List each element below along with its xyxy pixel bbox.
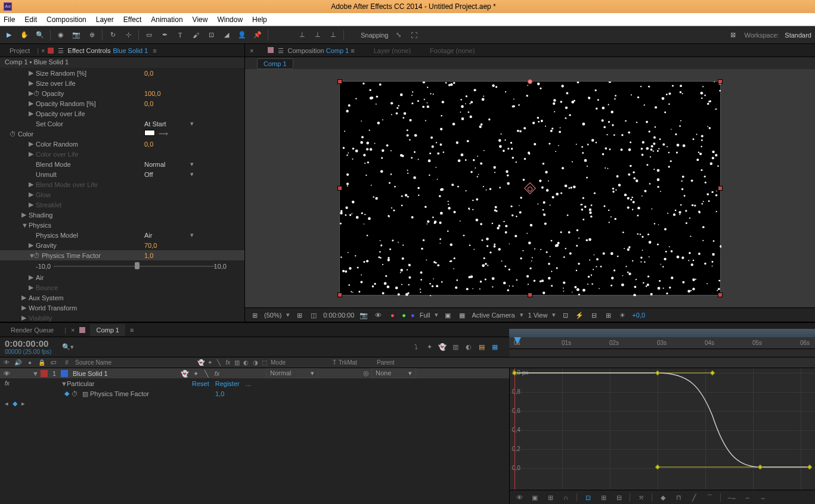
property-row[interactable]: ▼Physics [0,220,244,230]
label-column-icon[interactable]: 🏷 [49,358,58,368]
footage-tab[interactable]: Footage (none) [425,45,479,56]
property-row[interactable]: ▶Air [0,272,244,282]
timecode-display[interactable]: 0:00:00:00 [323,312,354,319]
motion-blur-icon[interactable]: ◐ [464,342,473,351]
property-value[interactable]: 0,0 [144,100,240,107]
property-row[interactable]: ⏱Color⟿ [0,129,244,139]
timeline-icon[interactable]: ⊟ [589,310,599,320]
property-row[interactable]: ▶Opacity Random [%]0,0 [0,98,244,108]
twirl-icon[interactable]: ▼ [29,252,33,259]
register-link[interactable]: Register [215,380,240,387]
convert-linear-icon[interactable]: ╱ [689,493,699,502]
frame-blend-toggle-icon[interactable]: ▥ [233,358,241,368]
snapshot-icon[interactable]: 📷 [359,310,368,320]
shy-icon[interactable]: 👻 [438,342,447,351]
stopwatch-icon[interactable]: ⏱ [10,130,16,138]
layer-name[interactable]: Blue Solid 1 [70,369,178,378]
clone-tool-icon[interactable]: ⊡ [206,30,216,41]
twirl-icon[interactable]: ▶ [29,241,33,249]
slider-thumb[interactable] [135,262,140,269]
twirl-icon[interactable]: ▶ [29,140,33,148]
property-row[interactable]: ▼⏱Physics Time Factor1,0 [0,250,244,260]
twirl-icon[interactable]: ▶ [29,284,33,291]
handle-ml[interactable] [337,186,342,191]
twirl-icon[interactable]: ▼ [21,222,26,229]
property-value[interactable]: 70,0 [144,242,240,249]
text-tool-icon[interactable]: T [175,30,185,41]
close-tab-icon[interactable]: × [41,47,45,54]
layer-tab[interactable]: Layer (none) [369,45,416,56]
color-swatch[interactable] [144,130,155,136]
camera-label[interactable]: Active Camera [472,312,515,319]
frame-blend-icon[interactable]: ▥ [451,342,460,351]
timeline-timecode[interactable]: 0:00:00:00 [5,338,51,349]
zoom-dropdown-icon[interactable]: ▾ [286,311,290,319]
property-row[interactable]: ▶Color over Life [0,149,244,159]
handle-bl[interactable] [337,293,342,297]
property-row[interactable]: ▶Color Random0,0 [0,139,244,149]
property-row[interactable]: ▶Opacity over Life [0,108,244,119]
views-label[interactable]: 1 View [528,312,548,319]
snap-icon[interactable]: ⤡ [393,30,404,41]
anchor-tool-icon[interactable]: ⊹ [123,30,134,41]
menu-composition[interactable]: Composition [47,15,86,24]
exposure-value[interactable]: +0,0 [632,312,645,319]
show-snapshot-icon[interactable]: 👁 [373,310,383,320]
easy-ease-in-icon[interactable]: ⌢ [742,493,752,502]
easy-ease-out-icon[interactable]: ⌣ [758,493,767,502]
shape-tool-icon[interactable]: ▭ [144,30,154,41]
magnify-icon[interactable]: ⊞ [250,310,259,320]
layer-label-color[interactable] [41,370,48,377]
effect-row[interactable]: fx ▼ Particular Reset Register ... [0,378,509,388]
brush-tool-icon[interactable]: 🖌 [190,30,201,41]
property-row[interactable]: ▶Visibility [0,313,244,322]
comp-mini-flowchart-icon[interactable]: ⤵ [411,342,421,351]
menu-layer[interactable]: Layer [96,15,114,24]
panel-menu-icon[interactable]: ≡ [153,47,156,54]
twirl-icon[interactable]: ▶ [29,201,33,209]
next-keyframe-icon[interactable]: ▸ [21,400,25,407]
project-tab[interactable]: Project [5,45,35,56]
parent-dropdown[interactable]: None ▾ [371,368,416,378]
pixel-aspect-icon[interactable]: ⊡ [560,310,570,320]
twirl-icon[interactable]: ▶ [29,191,33,198]
property-row[interactable]: ▶Glow [0,189,244,200]
snap-graph-icon[interactable]: ∩ [561,493,571,502]
rotation-tool-icon[interactable]: ↻ [107,30,118,41]
property-row[interactable]: ▶Blend Mode over Life [0,179,244,189]
fast-preview-icon[interactable]: ⚡ [575,310,584,320]
prev-keyframe-icon[interactable]: ◂ [5,400,8,407]
roi-icon[interactable]: ▣ [443,310,453,320]
easy-ease-icon[interactable]: ⌢⌣ [727,493,736,502]
menu-help[interactable]: Help [252,15,267,24]
stopwatch-icon[interactable]: ⏱ [33,252,39,259]
twirl-icon[interactable]: ▶ [21,314,26,322]
collapse-icon[interactable]: ✦ [206,358,213,368]
camera-tool-icon[interactable]: 📷 [71,30,82,41]
twirl-icon[interactable]: ▶ [29,69,33,77]
menu-file[interactable]: File [4,15,15,24]
snap-edge-icon[interactable]: ⛶ [409,30,420,41]
timeline-navigator[interactable] [509,329,815,337]
property-row[interactable]: Physics ModelAir▾ [0,230,244,240]
property-value[interactable]: 0,0 [144,141,240,148]
eye-graph-icon[interactable]: 👁 [515,493,524,502]
effect-twirl-icon[interactable]: ▼ [61,380,67,387]
eyedropper-icon[interactable]: ⟿ [159,130,168,137]
property-dropdown[interactable]: Normal▾ [144,160,240,168]
edit-keyframe-icon[interactable]: ◆ [658,493,668,502]
property-row[interactable]: ▶⏱Opacity100,0 [0,88,244,98]
add-keyframe-icon[interactable]: ◆ [13,400,17,407]
graph-editor[interactable]: 1,0 px 0,8 0,6 0,4 0,2 0,0 [509,368,815,504]
property-dropdown[interactable]: Off▾ [144,170,240,178]
menu-animation[interactable]: Animation [151,15,182,24]
draft-3d-icon[interactable]: ✦ [424,342,434,351]
local-axis-icon[interactable]: ⊥ [297,30,308,41]
blend-mode-dropdown[interactable]: Normal ▾ [266,368,318,378]
close-timeline-tab-icon[interactable]: × [71,326,75,334]
twirl-icon[interactable]: ▶ [29,273,33,281]
property-row[interactable]: ◆ ⏱ ▨ Physics Time Factor 1,0 [0,388,509,399]
twirl-icon[interactable]: ▶ [29,110,33,117]
orbit-tool-icon[interactable]: ◉ [55,30,66,41]
tab-menu-icon[interactable]: ≡ [130,326,134,334]
